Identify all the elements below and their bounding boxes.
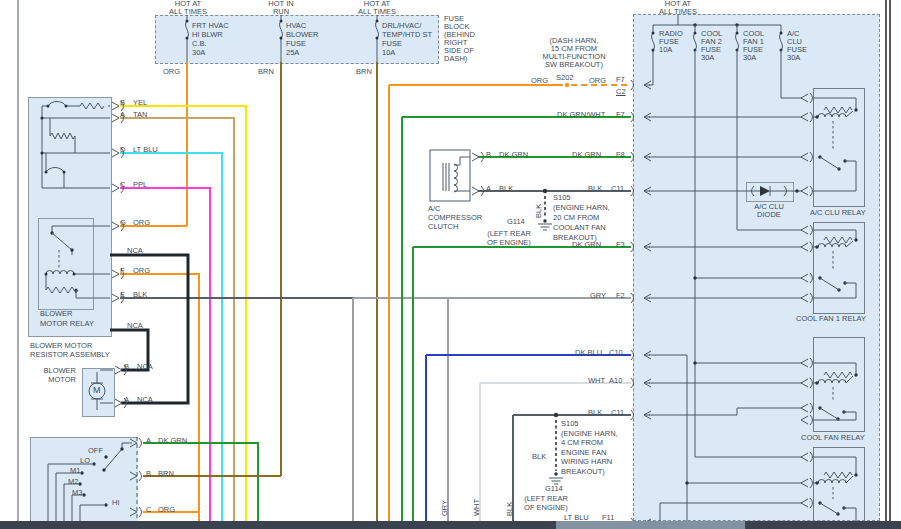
blower-motor-relay-box — [38, 218, 94, 310]
wire-color: DK GRN — [572, 150, 601, 159]
wire-color: WHT — [472, 499, 481, 516]
wire-color: DK BLU — [575, 348, 602, 357]
wire-color: ORG — [163, 67, 180, 76]
fuse-label: RADIO FUSE 10A — [659, 30, 683, 54]
ground-label: G114 — [507, 217, 525, 226]
wire-color: ORG — [133, 218, 150, 227]
wire-color: BRN — [356, 67, 372, 76]
feed-label: HOT IN RUN — [259, 0, 303, 16]
wire-color: GRY — [440, 500, 449, 516]
pin-label: B — [146, 469, 151, 478]
pin-label: F7 — [616, 75, 625, 84]
wire-color: BLK — [505, 502, 514, 516]
fuse-block-note: FUSE BLOCK (BEHIND RIGHT SIDE OF DASH) — [444, 15, 475, 63]
wire-color: BRN — [258, 67, 274, 76]
pin-label: C2 — [616, 87, 626, 96]
wire-color: ORG — [158, 505, 175, 514]
ground-label: G114 — [545, 484, 563, 493]
pin-label: F7 — [616, 110, 625, 119]
ground-note: (LEFT REAR OF ENGINE) — [514, 494, 578, 512]
pin-label: A — [146, 436, 151, 445]
cool-fan-relay-box — [813, 337, 865, 432]
pin-label: C — [146, 505, 151, 514]
wire-color: BLK — [133, 290, 147, 299]
relay-4-box — [813, 447, 865, 529]
wire-color: BLK — [532, 452, 546, 461]
pin-label: D — [120, 145, 125, 154]
component-label: BLOWER MOTOR RESISTOR ASSEMBLY — [30, 341, 110, 359]
wire-color: NCA — [137, 395, 153, 404]
wire-color: DK GRN/WHT — [557, 110, 605, 119]
pin-label: F8 — [616, 150, 625, 159]
component-label: BLOWER MOTOR RELAY — [40, 309, 94, 329]
wire-color: PPL — [133, 180, 147, 189]
cool-fan-1-relay-box — [813, 222, 865, 314]
pin-label: A — [120, 110, 125, 119]
wire-color: DK GRN — [572, 240, 601, 249]
switch-pos: M1 — [70, 466, 80, 475]
pin-label: B — [486, 150, 491, 159]
ac-clu-diode-box — [746, 182, 794, 202]
component-label: COOL FAN RELAY — [801, 433, 865, 442]
pin-label: A10 — [609, 376, 622, 385]
wire-color: YEL — [133, 98, 147, 107]
component-label: COOL FAN 1 RELAY — [796, 314, 866, 323]
splice-note: S105 (ENGINE HARN, 4 CM FROM ENGINE FAN … — [561, 419, 618, 476]
component-label: BLOWER MOTOR — [38, 366, 76, 384]
pin-label: B — [120, 98, 125, 107]
pin-label: E — [120, 290, 125, 299]
wire-color: DK GRN — [158, 436, 187, 445]
fuse-label: COOL FAN 1 FUSE 30A — [743, 30, 764, 62]
wire-color: ORG — [531, 76, 548, 85]
wire-color: NCA — [137, 362, 153, 371]
splice-note: S105 (ENGINE HARN, 20 CM FROM COOLANT FA… — [553, 193, 610, 243]
bottom-scrollbar[interactable] — [0, 521, 901, 529]
ground-note: (LEFT REAR OF ENGINE) — [478, 229, 540, 247]
switch-pos: HI — [112, 498, 120, 507]
wire-color: ORG — [589, 76, 606, 85]
pin-label: F — [120, 266, 125, 275]
pin-label: B — [124, 362, 129, 371]
harness-note: (DASH HARN, 15 CM FROM MULTI-FUNCTION SW… — [518, 37, 630, 69]
wire-color: GRY — [590, 291, 606, 300]
pin-label: F3 — [616, 240, 625, 249]
fuse-label: DRL/HVAC/ TEMP/HTD ST FUSE 10A — [382, 21, 432, 57]
feed-label: HOT AT ALL TIMES — [166, 0, 210, 16]
component-label: A/C COMPRESSOR CLUTCH — [428, 204, 482, 231]
switch-pos: OFF — [88, 446, 103, 455]
wire-color: ORG — [133, 266, 150, 275]
switch-pos: M3 — [72, 488, 82, 497]
wiring-diagram: HOT AT ALL TIMESHOT IN RUNHOT AT ALL TIM… — [0, 0, 901, 529]
ac-clutch-internals — [430, 150, 470, 201]
pin-label: A — [486, 184, 491, 193]
wire-color: NCA — [127, 246, 143, 255]
pin-label: C — [120, 180, 125, 189]
pin-label: A — [124, 395, 129, 404]
blower-switch-box — [30, 437, 138, 529]
ground-symbol-g114-top — [538, 224, 552, 230]
component-label: A/C CLU RELAY — [810, 208, 866, 217]
wire-color: WHT — [588, 376, 605, 385]
wire-color: BLK — [588, 408, 602, 417]
pin-label: C11 — [611, 408, 624, 417]
wire-color: BLK — [588, 184, 602, 193]
fuse-label: HVAC BLOWER FUSE 25A — [286, 21, 319, 57]
motor-symbol-letter: M — [93, 386, 101, 395]
pin-label: G — [120, 218, 126, 227]
component-label: A/C CLU DIODE — [744, 203, 794, 219]
fuse-label: COOL FAN 2 FUSE 30A — [701, 30, 722, 62]
switch-pos: LO — [80, 456, 90, 465]
feed-label: HOT AT ALL TIMES — [355, 0, 399, 16]
wire-color: BRN — [158, 469, 174, 478]
wire-color: LT BLU — [133, 145, 158, 154]
scrollbar-thumb[interactable] — [556, 521, 745, 529]
pin-label: C10 — [609, 348, 623, 357]
fuse-label: FRT HVAC HI BLWR C.B. 30A — [192, 21, 229, 57]
wire-color: TAN — [133, 110, 147, 119]
feed-label: HOT AT ALL TIMES — [656, 0, 700, 16]
splice-label: S202 — [556, 73, 574, 82]
wire-color: BLK — [534, 204, 543, 218]
fuse-label: A/C CLU FUSE 30A — [787, 30, 807, 62]
pin-label: F2 — [616, 291, 625, 300]
ac-clu-relay-box — [813, 88, 865, 207]
